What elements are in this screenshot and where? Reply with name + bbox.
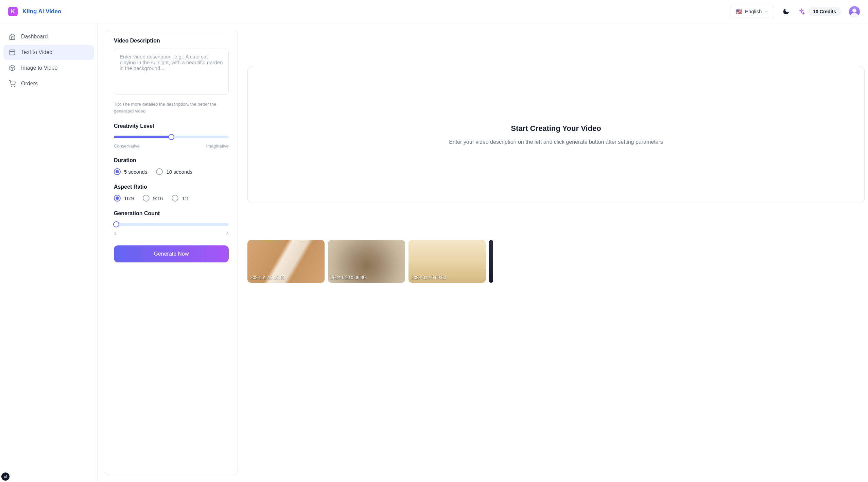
preview-box: Start Creating Your Video Enter your vid…	[247, 66, 865, 203]
creativity-slider[interactable]	[114, 134, 229, 140]
aspect-option-1-1[interactable]: 1:1	[172, 195, 189, 202]
radio-checked-icon	[114, 195, 121, 202]
header-actions: 🇺🇸 English 10 Credits	[730, 5, 860, 18]
description-tip: Tip: The more detailed the description, …	[114, 101, 229, 114]
header: K Kling AI Video 🇺🇸 English 10 Credits	[0, 0, 868, 23]
creativity-min-label: Conservative	[114, 143, 140, 149]
generate-button[interactable]: Generate Now	[114, 245, 229, 262]
cube-icon	[9, 65, 16, 71]
sparkle-icon	[798, 8, 805, 15]
radio-label: 9:16	[153, 195, 163, 201]
count-label: Generation Count	[114, 210, 229, 217]
breakpoint-badge: xl	[1, 472, 10, 481]
preview-title: Start Creating Your Video	[511, 124, 601, 133]
description-label: Video Description	[114, 38, 229, 44]
user-avatar[interactable]	[849, 6, 860, 17]
sidebar-item-label: Text to Video	[21, 49, 52, 55]
radio-unchecked-icon	[143, 195, 150, 202]
thumbnail-timestamp: 2024-01-10 10:00	[250, 275, 285, 280]
sidebar-item-dashboard[interactable]: Dashboard	[3, 29, 94, 44]
count-min-label: 1	[114, 231, 116, 236]
preview-subtitle: Enter your video description on the left…	[449, 139, 663, 145]
duration-option-5s[interactable]: 5 seconds	[114, 168, 147, 175]
credits[interactable]: 10 Credits	[798, 7, 841, 16]
thumbnail-image	[489, 240, 493, 283]
radio-label: 16:9	[124, 195, 134, 201]
chevron-down-icon	[764, 10, 768, 14]
history-thumbnail-partial[interactable]	[489, 240, 493, 283]
package-icon	[9, 49, 16, 56]
main: Video Description Tip: The more detailed…	[98, 23, 868, 482]
history-thumbnails: 2024-01-10 10:00 2024-01-10 09:30 2024-0…	[247, 240, 865, 283]
aspect-label: Aspect Ratio	[114, 184, 229, 190]
count-max-label: 4	[226, 231, 229, 236]
language-selector[interactable]: 🇺🇸 English	[730, 5, 774, 18]
creativity-label: Creativity Level	[114, 123, 229, 129]
radio-label: 5 seconds	[124, 169, 147, 175]
radio-unchecked-icon	[172, 195, 178, 202]
cart-icon	[9, 80, 16, 87]
svg-rect-0	[10, 50, 15, 55]
description-input[interactable]	[114, 49, 229, 95]
sidebar-item-orders[interactable]: Orders	[3, 76, 94, 91]
home-icon	[9, 33, 16, 40]
brand[interactable]: K Kling AI Video	[8, 7, 61, 16]
sidebar-item-label: Dashboard	[21, 34, 48, 40]
flag-icon: 🇺🇸	[736, 8, 742, 15]
aspect-option-9-16[interactable]: 9:16	[143, 195, 163, 202]
count-slider[interactable]	[114, 221, 229, 227]
history-thumbnail[interactable]: 2024-01-10 09:30	[328, 240, 405, 283]
duration-label: Duration	[114, 157, 229, 163]
radio-label: 1:1	[182, 195, 189, 201]
svg-point-3	[11, 86, 12, 87]
history-thumbnail[interactable]: 2024-01-10 10:00	[247, 240, 325, 283]
sidebar-item-label: Image to Video	[21, 65, 57, 71]
logo-icon: K	[8, 7, 18, 16]
radio-label: 10 seconds	[166, 169, 192, 175]
thumbnail-timestamp: 2024-01-10 09:00	[411, 275, 446, 280]
language-label: English	[745, 8, 762, 14]
sidebar-item-label: Orders	[21, 81, 38, 87]
sidebar-item-image-to-video[interactable]: Image to Video	[3, 61, 94, 75]
sidebar-item-text-to-video[interactable]: Text to Video	[3, 45, 94, 60]
brand-name: Kling AI Video	[22, 8, 61, 15]
sidebar: Dashboard Text to Video Image to Video O…	[0, 23, 98, 482]
preview-panel: Start Creating Your Video Enter your vid…	[247, 30, 865, 475]
creativity-max-label: Imaginative	[206, 143, 229, 149]
radio-unchecked-icon	[156, 168, 163, 175]
svg-point-4	[14, 86, 15, 87]
history-thumbnail[interactable]: 2024-01-10 09:00	[409, 240, 486, 283]
aspect-option-16-9[interactable]: 16:9	[114, 195, 134, 202]
radio-checked-icon	[114, 168, 121, 175]
dark-mode-toggle[interactable]	[782, 8, 790, 15]
thumbnail-timestamp: 2024-01-10 09:30	[331, 275, 366, 280]
duration-option-10s[interactable]: 10 seconds	[156, 168, 192, 175]
credits-pill: 10 Credits	[808, 7, 841, 16]
settings-panel: Video Description Tip: The more detailed…	[105, 30, 238, 475]
